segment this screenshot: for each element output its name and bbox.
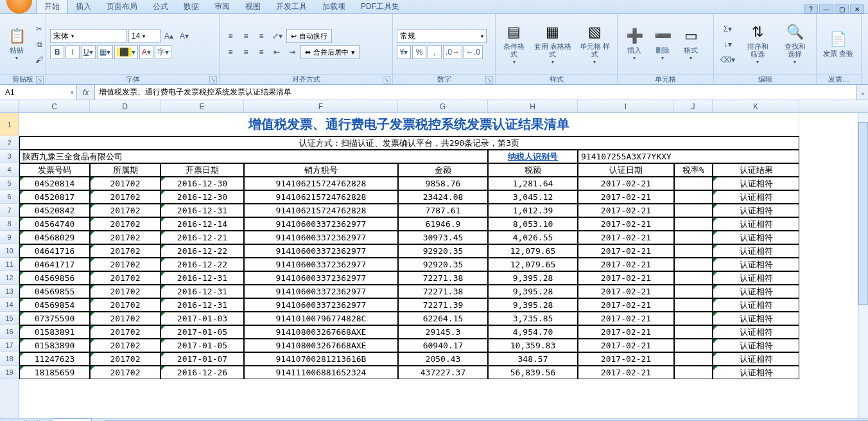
dialog-launcher-icon[interactable]: ↘ bbox=[485, 76, 493, 84]
table-cell[interactable] bbox=[674, 352, 713, 366]
bold-button[interactable]: B bbox=[50, 45, 64, 59]
table-cell[interactable]: 2050.43 bbox=[398, 352, 488, 366]
table-cell[interactable]: 2017-02-21 bbox=[578, 244, 674, 258]
copy-button[interactable]: ⧉ bbox=[32, 37, 46, 51]
table-cell[interactable]: 2017-01-03 bbox=[161, 312, 244, 325]
table-cell[interactable] bbox=[674, 190, 713, 204]
table-cell[interactable]: 9,395.28 bbox=[488, 285, 578, 298]
table-cell[interactable]: 1,012.39 bbox=[488, 204, 578, 217]
row-header[interactable]: 13 bbox=[0, 285, 19, 298]
minimize-icon[interactable]: — bbox=[819, 4, 833, 13]
table-cell[interactable]: 04569856 bbox=[19, 271, 90, 285]
table-cell[interactable]: 914106003372362977 bbox=[244, 271, 398, 285]
autosum-button[interactable]: Σ▾ bbox=[718, 22, 738, 36]
table-cell[interactable]: 2017-02-21 bbox=[578, 271, 674, 285]
table-cell[interactable]: 2016-12-30 bbox=[161, 190, 244, 204]
table-cell[interactable] bbox=[674, 325, 713, 339]
table-cell[interactable]: 2016-12-21 bbox=[161, 231, 244, 244]
decrease-font-button[interactable]: A▾ bbox=[177, 29, 191, 43]
table-cell[interactable]: 201702 bbox=[90, 258, 161, 271]
font-color-button[interactable]: A▾ bbox=[139, 45, 153, 59]
row-header[interactable]: 14 bbox=[0, 298, 19, 312]
fill-color-button[interactable]: ⬛▾ bbox=[114, 45, 138, 59]
table-cell[interactable]: 914111006881652324 bbox=[244, 366, 398, 379]
table-cell[interactable]: 201702 bbox=[90, 231, 161, 244]
table-cell[interactable]: 11247623 bbox=[19, 352, 90, 366]
table-cell[interactable]: 62264.15 bbox=[398, 312, 488, 325]
dialog-launcher-icon[interactable]: ↘ bbox=[209, 76, 217, 84]
table-header[interactable]: 金额 bbox=[398, 163, 488, 177]
row-header[interactable]: 19 bbox=[0, 366, 19, 379]
table-cell[interactable]: 07375590 bbox=[19, 312, 90, 325]
increase-font-button[interactable]: A▴ bbox=[162, 29, 176, 43]
row-header[interactable]: 17 bbox=[0, 339, 19, 352]
merge-center-button[interactable]: ⬌合并后居中▾ bbox=[300, 45, 360, 59]
table-cell[interactable]: 2016-12-14 bbox=[161, 217, 244, 231]
indent-inc-button[interactable]: ⇥ bbox=[285, 45, 299, 59]
table-cell[interactable]: 2016-12-31 bbox=[161, 271, 244, 285]
col-header[interactable]: G bbox=[398, 100, 488, 112]
align-middle-button[interactable]: ≡ bbox=[239, 29, 253, 43]
table-cell[interactable]: 23424.08 bbox=[398, 190, 488, 204]
dialog-launcher-icon[interactable]: ↘ bbox=[383, 76, 390, 84]
name-box[interactable]: A1 bbox=[0, 85, 77, 100]
table-cell[interactable]: 8,053.10 bbox=[488, 217, 578, 231]
border-button[interactable]: ▦▾ bbox=[97, 45, 113, 59]
table-cell[interactable]: 201702 bbox=[90, 352, 161, 366]
table-cell[interactable]: 2016-12-22 bbox=[161, 258, 244, 271]
table-format-button[interactable]: ▦套用 表格格式▾ bbox=[531, 22, 574, 67]
col-header[interactable]: C bbox=[19, 100, 90, 112]
table-cell[interactable]: 92920.35 bbox=[398, 244, 488, 258]
table-cell[interactable]: 201702 bbox=[90, 271, 161, 285]
title-cell[interactable]: 增值税发票、通行费电子发票税控系统发票认证结果清单 bbox=[19, 113, 799, 136]
table-cell[interactable]: 2017-02-21 bbox=[578, 217, 674, 231]
col-header[interactable]: K bbox=[713, 100, 799, 112]
table-cell[interactable]: 2017-01-05 bbox=[161, 339, 244, 352]
table-cell[interactable]: 9858.76 bbox=[398, 177, 488, 190]
table-cell[interactable]: 认证相符 bbox=[713, 217, 799, 231]
wrap-text-button[interactable]: ↩自动换行 bbox=[286, 29, 332, 43]
table-cell[interactable]: 914106003372362977 bbox=[244, 258, 398, 271]
table-cell[interactable]: 2017-02-21 bbox=[578, 298, 674, 312]
underline-button[interactable]: U▾ bbox=[81, 45, 96, 59]
table-cell[interactable]: 认证相符 bbox=[713, 298, 799, 312]
table-cell[interactable]: 201702 bbox=[90, 312, 161, 325]
table-cell[interactable] bbox=[674, 366, 713, 379]
table-cell[interactable]: 2016-12-31 bbox=[161, 204, 244, 217]
table-cell[interactable]: 914108003267668AXE bbox=[244, 325, 398, 339]
col-header[interactable]: F bbox=[244, 100, 398, 112]
table-cell[interactable]: 201702 bbox=[90, 298, 161, 312]
table-cell[interactable]: 72271.38 bbox=[398, 285, 488, 298]
fx-button[interactable]: fx bbox=[77, 85, 95, 100]
table-cell[interactable]: 2017-02-21 bbox=[578, 204, 674, 217]
table-cell[interactable] bbox=[674, 258, 713, 271]
table-cell[interactable]: 认证相符 bbox=[713, 177, 799, 190]
table-cell[interactable] bbox=[674, 204, 713, 217]
table-cell[interactable]: 04520817 bbox=[19, 190, 90, 204]
col-header[interactable]: H bbox=[488, 100, 578, 112]
sort-filter-button[interactable]: ⇅排序和 筛选▾ bbox=[740, 22, 775, 67]
table-cell[interactable]: 914106215724762828 bbox=[244, 190, 398, 204]
align-right-button[interactable]: ≡ bbox=[254, 45, 268, 59]
table-cell[interactable]: 914106003372362977 bbox=[244, 217, 398, 231]
row-header[interactable]: 6 bbox=[0, 190, 19, 204]
delete-cells-button[interactable]: ➖删除▾ bbox=[650, 22, 675, 67]
row-header[interactable]: 15 bbox=[0, 312, 19, 325]
table-cell[interactable]: 04520814 bbox=[19, 177, 90, 190]
table-cell[interactable]: 92920.35 bbox=[398, 258, 488, 271]
table-cell[interactable]: 04568029 bbox=[19, 231, 90, 244]
table-cell[interactable]: 9,395.28 bbox=[488, 298, 578, 312]
table-cell[interactable]: 60940.17 bbox=[398, 339, 488, 352]
row-header[interactable]: 3 bbox=[0, 150, 19, 163]
table-cell[interactable]: 914106003372362977 bbox=[244, 285, 398, 298]
table-cell[interactable]: 914106003372362977 bbox=[244, 231, 398, 244]
row-header[interactable]: 10 bbox=[0, 244, 19, 258]
table-cell[interactable]: 认证相符 bbox=[713, 285, 799, 298]
table-cell[interactable]: 201702 bbox=[90, 285, 161, 298]
tab-pdf[interactable]: PDF工具集 bbox=[353, 0, 407, 13]
table-header[interactable]: 发票号码 bbox=[19, 163, 90, 177]
table-cell[interactable]: 914106003372362977 bbox=[244, 244, 398, 258]
table-cell[interactable]: 2016-12-30 bbox=[161, 177, 244, 190]
table-cell[interactable]: 2017-02-21 bbox=[578, 190, 674, 204]
table-cell[interactable]: 认证相符 bbox=[713, 244, 799, 258]
